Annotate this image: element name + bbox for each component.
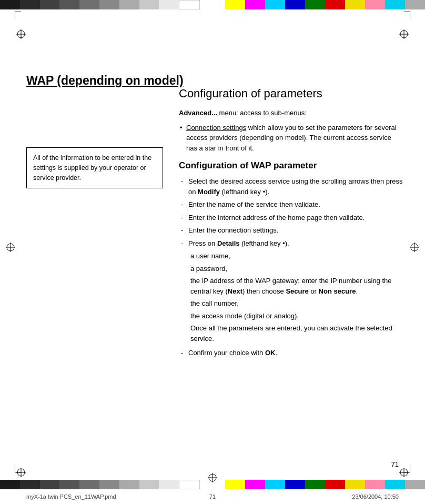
dash-item-confirm: Confirm your choice with OK. bbox=[179, 348, 404, 358]
bullet-item-connection: Connection settings which allow you to s… bbox=[179, 123, 404, 154]
color-swatch bbox=[139, 480, 159, 489]
connection-settings-link: Connection settings bbox=[186, 124, 246, 132]
color-bar-bottom-right bbox=[225, 480, 425, 489]
color-swatch bbox=[385, 0, 405, 9]
color-swatch bbox=[225, 480, 245, 489]
color-swatch bbox=[79, 0, 99, 9]
color-swatch bbox=[365, 480, 385, 489]
color-swatch bbox=[119, 480, 139, 489]
registration-mark-top-right bbox=[399, 29, 409, 39]
config-title: Configuration of parameters bbox=[179, 87, 404, 100]
sub-item-call: the call number, bbox=[188, 298, 404, 309]
right-column: Configuration of parameters Advanced... … bbox=[179, 87, 404, 361]
sub-item-password: a password, bbox=[188, 264, 404, 274]
footer-left-text: myX-1a twin PCS_en_11WAP.pmd bbox=[26, 493, 116, 500]
sub-item-access-mode: the access mode (digital or analog). bbox=[188, 311, 404, 321]
color-swatch bbox=[159, 480, 179, 489]
color-swatch bbox=[79, 480, 99, 489]
color-swatch bbox=[325, 480, 345, 489]
registration-mark-top-left bbox=[16, 29, 26, 39]
color-swatch bbox=[405, 0, 425, 9]
color-swatch bbox=[265, 0, 285, 9]
modify-label: Modify bbox=[198, 188, 220, 196]
color-swatch bbox=[0, 480, 20, 489]
color-swatch bbox=[40, 0, 60, 9]
corner-mark-tr bbox=[404, 12, 410, 18]
color-swatch bbox=[99, 0, 119, 9]
non-secure-label: Non secure bbox=[319, 287, 356, 295]
color-swatch bbox=[345, 480, 365, 489]
color-swatch bbox=[99, 480, 119, 489]
color-swatch bbox=[365, 0, 385, 9]
color-swatch bbox=[245, 480, 265, 489]
color-swatch bbox=[285, 480, 305, 489]
info-box-text: All of the information to be entered in … bbox=[33, 154, 151, 182]
sub-item-ip: the IP address of the WAP gateway: enter… bbox=[188, 276, 404, 296]
dash-item-1: Select the desired access service using … bbox=[179, 176, 404, 197]
color-swatch bbox=[20, 0, 40, 9]
sub-item-activate: Once all the parameters are entered, you… bbox=[188, 323, 404, 344]
page-number: 71 bbox=[391, 460, 399, 468]
corner-mark-br bbox=[404, 466, 410, 472]
dash-item-2: Enter the name of the service then valid… bbox=[179, 199, 404, 210]
next-label: Next bbox=[228, 287, 242, 295]
color-swatch bbox=[119, 0, 139, 9]
advanced-text: menu: access to sub-menus: bbox=[219, 109, 307, 117]
registration-mark-bottom-center bbox=[207, 472, 218, 483]
color-swatch bbox=[305, 480, 325, 489]
sub-items-container: a user name, a password, the IP address … bbox=[188, 251, 404, 344]
registration-mark-mid-left bbox=[5, 242, 16, 253]
advanced-label: Advanced... bbox=[179, 109, 217, 117]
color-swatch bbox=[265, 480, 285, 489]
color-swatch bbox=[325, 0, 345, 9]
color-swatch bbox=[59, 480, 79, 489]
color-swatch bbox=[405, 480, 425, 489]
bullet-list: Connection settings which allow you to s… bbox=[179, 123, 404, 154]
advanced-line: Advanced... menu: access to sub-menus: bbox=[179, 108, 404, 118]
color-swatch bbox=[40, 480, 60, 489]
color-swatch bbox=[245, 0, 265, 9]
color-swatch bbox=[20, 480, 40, 489]
color-bar-bottom-left bbox=[0, 480, 200, 489]
color-swatch bbox=[179, 480, 200, 489]
color-swatch bbox=[345, 0, 365, 9]
color-swatch bbox=[159, 0, 179, 9]
wap-param-title-text: Configuration of WAP parameter bbox=[179, 160, 317, 170]
wap-param-title: Configuration of WAP parameter bbox=[179, 160, 404, 171]
color-swatch bbox=[285, 0, 305, 9]
sub-item-username: a user name, bbox=[188, 251, 404, 261]
dash-item-4: Enter the connection settings. bbox=[179, 225, 404, 236]
dash-item-3: Enter the internet address of the home p… bbox=[179, 213, 404, 223]
footer-left: myX-1a twin PCS_en_11WAP.pmd bbox=[26, 493, 116, 500]
footer-center: 71 bbox=[209, 493, 216, 500]
secure-label: Secure bbox=[286, 287, 308, 295]
registration-mark-mid-right bbox=[409, 242, 420, 253]
footer-right-text: 23/06/2004, 10:50 bbox=[352, 493, 399, 500]
color-swatch bbox=[139, 0, 159, 9]
footer-right: 23/06/2004, 10:50 bbox=[352, 493, 399, 500]
config-title-text: Configuration of parameters bbox=[179, 87, 322, 100]
info-box-content: All of the information to be entered in … bbox=[26, 147, 163, 188]
color-bar-top-right bbox=[225, 0, 425, 9]
dash-list: Select the desired access service using … bbox=[179, 176, 404, 358]
info-box: All of the information to be entered in … bbox=[26, 147, 160, 188]
color-swatch bbox=[59, 0, 79, 9]
wap-title: WAP (depending on model) bbox=[26, 74, 184, 88]
ok-label: OK bbox=[265, 349, 276, 357]
color-swatch bbox=[385, 480, 405, 489]
color-swatch bbox=[305, 0, 325, 9]
page-number-text: 71 bbox=[391, 460, 399, 468]
corner-mark-bl bbox=[15, 466, 21, 472]
wap-title-text: WAP (depending on model) bbox=[26, 74, 184, 87]
color-swatch bbox=[179, 0, 200, 9]
color-swatch bbox=[0, 0, 20, 9]
corner-mark-tl bbox=[15, 12, 21, 18]
footer-center-text: 71 bbox=[209, 493, 216, 500]
color-swatch bbox=[225, 0, 245, 9]
dash-item-5: Press on Details (lefthand key •). a use… bbox=[179, 238, 404, 344]
details-label: Details bbox=[217, 239, 240, 247]
